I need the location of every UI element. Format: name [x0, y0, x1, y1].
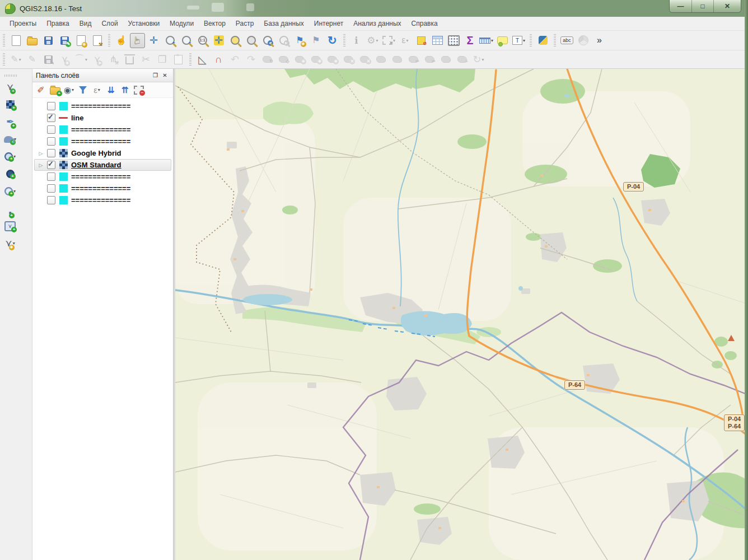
add-feature-button[interactable]: ⋎✳	[57, 52, 72, 67]
toolbar-drag-handle[interactable]	[189, 53, 191, 66]
add-part-button[interactable]: ✳	[308, 52, 324, 67]
menu-item-projects[interactable]: Проекты	[4, 18, 41, 29]
new-project-button[interactable]	[8, 33, 24, 48]
node-tool-button[interactable]: ⋔⚒	[106, 52, 121, 67]
layer-checkbox[interactable]	[47, 102, 55, 110]
menu-item-database[interactable]: База данных	[259, 18, 308, 29]
expand-all-button[interactable]: ⇊	[105, 84, 117, 96]
text-annotation-button[interactable]: T▾	[511, 33, 526, 48]
menu-item-web[interactable]: Интернет	[309, 18, 348, 29]
save-project-as-button[interactable]: ✎	[57, 33, 72, 48]
select-features-button[interactable]: ➤▾	[381, 33, 396, 48]
run-feature-action-button[interactable]: ⚙▾	[365, 33, 380, 48]
filter-legend-button[interactable]	[77, 84, 89, 96]
add-wfs-layer-button[interactable]: +▾	[3, 184, 17, 198]
filter-by-expression-button[interactable]: ε▾	[91, 84, 103, 96]
menu-item-edit[interactable]: Правка	[41, 18, 74, 29]
snapping-options-button[interactable]: ∩	[211, 52, 226, 67]
split-parts-button[interactable]: ✂	[422, 52, 437, 67]
menu-item-raster[interactable]: Растр	[231, 18, 259, 29]
expander-icon[interactable]: ▷	[38, 162, 44, 168]
open-project-button[interactable]	[25, 33, 40, 48]
paste-features-button[interactable]	[171, 52, 186, 67]
new-bookmark-button[interactable]: ⚑✳	[292, 33, 307, 48]
open-attribute-table-button[interactable]	[430, 33, 445, 48]
menu-item-processing[interactable]: Анализ данных	[348, 18, 406, 29]
layer-checkbox[interactable]	[47, 137, 55, 146]
menu-item-settings[interactable]: Установки	[123, 18, 165, 29]
layer-row-layer-8[interactable]: ==============	[34, 183, 171, 194]
manage-layer-visibility-button[interactable]: ◉▾	[63, 84, 75, 96]
restore-button[interactable]: □	[691, 0, 713, 12]
simplify-feature-button[interactable]: ◇	[276, 52, 291, 67]
layer-row-layer-line[interactable]: line	[34, 112, 171, 124]
show-bookmarks-button[interactable]: ⚑	[308, 33, 324, 48]
layer-checkbox[interactable]	[47, 196, 55, 204]
deselect-all-button[interactable]: ⊘	[414, 33, 429, 48]
cad-tools-button[interactable]: ◺	[195, 52, 210, 67]
zoom-next-button[interactable]: ▸	[276, 33, 291, 48]
move-feature-button[interactable]: ⋎➤	[90, 52, 105, 67]
layer-checkbox[interactable]	[47, 114, 55, 122]
add-wms-layer-button[interactable]: +▾	[3, 150, 17, 164]
show-summary-button[interactable]: Σ	[462, 33, 478, 48]
toolbar-drag-handle[interactable]	[530, 34, 532, 46]
refresh-button[interactable]: ↻	[325, 33, 340, 48]
labeling-options-button[interactable]	[576, 33, 591, 48]
new-print-composer-button[interactable]: ✳	[73, 33, 88, 48]
layer-row-layer-4[interactable]: ==============	[34, 136, 171, 147]
layer-row-layer-7[interactable]: ==============	[34, 171, 171, 183]
toolbar-drag-handle[interactable]	[108, 34, 110, 46]
layer-row-layer-google-hybrid[interactable]: ▷Google Hybrid	[34, 147, 171, 159]
menu-item-plugins[interactable]: Модули	[165, 18, 199, 29]
layer-checkbox[interactable]	[47, 172, 55, 181]
circular-string-button[interactable]: ⌒▾	[73, 52, 88, 67]
label-toolbar-abc-button[interactable]: abc	[559, 33, 574, 48]
layer-row-layer-osm-standard[interactable]: ▷OSM Standard	[34, 159, 171, 171]
redo-button[interactable]: ↷	[244, 52, 259, 67]
map-canvas[interactable]: P-04P-64P-04 P-64	[175, 69, 748, 560]
zoom-out-button[interactable]: −	[179, 33, 194, 48]
layer-checkbox[interactable]	[47, 125, 55, 134]
layer-row-layer-9[interactable]: ==============	[34, 194, 171, 206]
menu-item-view[interactable]: Вид	[74, 18, 97, 29]
float-panel-button[interactable]: ❐	[151, 71, 160, 80]
close-panel-button[interactable]: ✕	[160, 71, 170, 80]
close-button[interactable]: ✕	[713, 0, 741, 12]
toolbar-overflow-button[interactable]: »	[592, 33, 607, 48]
layer-row-layer-3[interactable]: ==============	[34, 124, 171, 136]
collapse-all-button[interactable]: ⇈	[119, 84, 131, 96]
minimize-button[interactable]: —	[670, 0, 691, 12]
delete-ring-button[interactable]: ✕	[341, 52, 356, 67]
layer-row-layer-1[interactable]: ==============	[34, 100, 171, 112]
delete-part-button[interactable]: ✕	[357, 52, 372, 67]
show-statistics-button[interactable]	[446, 33, 461, 48]
fill-ring-button[interactable]: ✳	[325, 52, 340, 67]
merge-attributes-button[interactable]: ≡	[455, 52, 470, 67]
menu-item-layer[interactable]: Слой	[96, 18, 123, 29]
add-spatialite-layer-button[interactable]: ✒+	[3, 115, 17, 129]
current-edits-button[interactable]: ✎▾	[8, 52, 24, 67]
measure-button[interactable]: ▾	[479, 33, 494, 48]
undo-button[interactable]: ↶	[227, 52, 242, 67]
layer-checkbox[interactable]	[47, 161, 55, 169]
toggle-editing-button[interactable]: ✎	[25, 52, 40, 67]
add-delimited-text-layer-button[interactable]: ,+	[3, 202, 17, 216]
add-group-button[interactable]: +	[49, 84, 61, 96]
identify-features-button[interactable]: ℹ	[349, 33, 364, 48]
map-tips-button[interactable]	[495, 33, 510, 48]
zoom-native-button[interactable]: 1:1	[195, 33, 210, 48]
add-postgis-layer-button[interactable]: +▾	[3, 132, 17, 146]
zoom-last-button[interactable]: ◂	[260, 33, 275, 48]
toolbar-drag-handle[interactable]	[343, 34, 345, 46]
remove-layer-group-button[interactable]: −	[133, 84, 145, 96]
delete-selected-button[interactable]	[122, 52, 137, 67]
copy-features-button[interactable]: ❐	[155, 52, 170, 67]
new-geopackage-layer-button[interactable]: ⋎+	[3, 219, 17, 233]
layer-checkbox[interactable]	[47, 149, 55, 157]
zoom-to-selection-button[interactable]	[227, 33, 242, 48]
touch-zoom-button[interactable]: ☝	[114, 33, 129, 48]
zoom-full-button[interactable]: ✛	[211, 33, 226, 48]
zoom-to-layer-button[interactable]	[244, 33, 259, 48]
menu-item-help[interactable]: Справка	[406, 18, 443, 29]
